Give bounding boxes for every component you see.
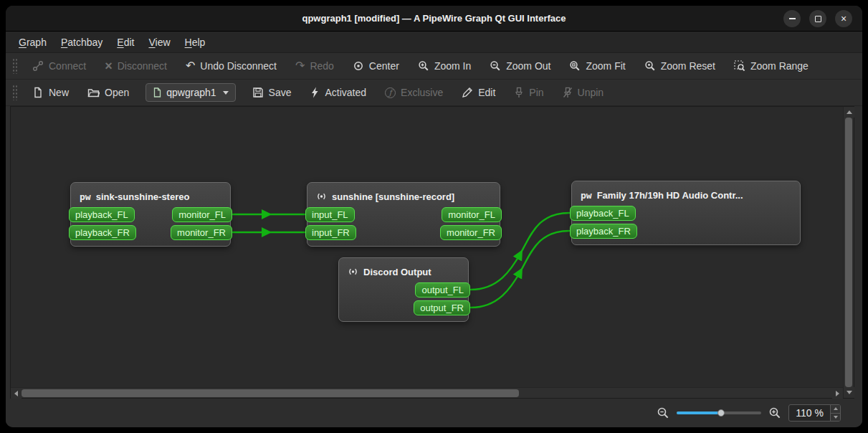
spin-up-button[interactable]	[831, 405, 840, 413]
window-controls: ×	[783, 10, 852, 27]
menu-help[interactable]: Help	[178, 34, 213, 51]
monitor-icon	[348, 266, 358, 277]
zoom-range-icon	[734, 60, 745, 72]
open-button[interactable]: Open	[78, 82, 138, 103]
zoom-value[interactable]: 110 %	[789, 405, 830, 421]
arrow-left-icon	[14, 391, 18, 396]
zoom-slider[interactable]	[677, 406, 761, 420]
node-sunshine[interactable]: sunshine [sunshine-record] input_FL inpu…	[307, 182, 500, 247]
titlebar[interactable]: qpwgraph1 [modified] — A PipeWire Graph …	[6, 6, 862, 32]
close-icon: ×	[841, 13, 846, 24]
port-output-fl[interactable]: output_FL	[415, 282, 470, 298]
patchbay-selector[interactable]: qpwgraph1	[146, 83, 235, 102]
save-icon	[252, 87, 264, 98]
zoom-in-icon[interactable]	[768, 406, 781, 419]
undo-disconnect-button[interactable]: ↶ Undo Disconnect	[176, 55, 286, 77]
chevron-down-icon	[223, 91, 229, 95]
zoom-fit-button[interactable]: Zoom Fit	[560, 55, 634, 77]
menubar: Graph Patchbay Edit View Help	[6, 32, 862, 53]
zoom-reset-icon	[644, 60, 656, 72]
patchbay-name: qpwgraph1	[166, 87, 216, 98]
maximize-button[interactable]	[809, 10, 826, 27]
scroll-down-button[interactable]	[844, 387, 854, 398]
pin-button[interactable]: Pin	[505, 82, 553, 103]
lightning-icon	[310, 87, 320, 98]
save-button[interactable]: Save	[243, 82, 301, 103]
port-monitor-fl[interactable]: monitor_FL	[442, 207, 502, 222]
arrow-down-icon	[834, 416, 838, 419]
minimize-icon	[789, 18, 796, 19]
disconnect-icon: ×	[105, 60, 113, 72]
slider-fill	[677, 411, 720, 414]
minimize-button[interactable]	[783, 10, 801, 27]
app-window: qpwgraph1 [modified] — A PipeWire Graph …	[6, 6, 862, 427]
edit-toggle[interactable]: Edit	[452, 82, 505, 103]
menu-view[interactable]: View	[141, 34, 177, 51]
zoom-in-button[interactable]: Zoom In	[409, 55, 480, 77]
zoom-reset-button[interactable]: Zoom Reset	[635, 55, 725, 77]
canvas: pw sink-sunshine-stereo playback_FL play…	[10, 106, 854, 399]
menu-patchbay[interactable]: Patchbay	[54, 34, 110, 51]
disconnect-button[interactable]: × Disconnect	[95, 55, 176, 77]
node-discord-output[interactable]: Discord Output output_FL output_FR	[338, 257, 469, 322]
port-monitor-fr[interactable]: monitor_FR	[171, 225, 232, 240]
port-playback-fr[interactable]: playback_FR	[69, 225, 136, 240]
port-monitor-fl[interactable]: monitor_FL	[172, 207, 232, 222]
connect-button[interactable]: Connect	[23, 55, 95, 77]
node-sink-sunshine-stereo[interactable]: pw sink-sunshine-stereo playback_FL play…	[70, 182, 231, 247]
scroll-left-button[interactable]	[11, 388, 22, 399]
connection-wires	[11, 107, 843, 387]
menu-graph[interactable]: Graph	[11, 34, 54, 51]
statusbar: 110 %	[6, 399, 862, 427]
center-button[interactable]: Center	[343, 55, 409, 77]
toolbar-grip[interactable]	[12, 58, 19, 74]
zoom-out-icon[interactable]	[657, 406, 669, 419]
spin-buttons	[830, 405, 840, 421]
horizontal-scrollbar[interactable]	[11, 387, 843, 398]
port-monitor-fr[interactable]: monitor_FR	[440, 225, 502, 240]
activated-toggle[interactable]: Activated	[300, 82, 376, 103]
arrow-down-icon	[846, 391, 852, 394]
arrow-up-icon	[846, 110, 852, 114]
port-playback-fl[interactable]: playback_FL	[69, 207, 135, 222]
scroll-right-button[interactable]	[832, 388, 843, 399]
zoom-spinbox[interactable]: 110 %	[788, 404, 841, 422]
toolbar-grip[interactable]	[12, 85, 19, 100]
window-title: qpwgraph1 [modified] — A PipeWire Graph …	[302, 13, 566, 24]
connect-icon	[32, 60, 44, 72]
pipewire-icon: pw	[80, 191, 91, 202]
unpin-button[interactable]: Unpin	[553, 82, 614, 103]
arrow-right-icon	[836, 391, 839, 396]
horizontal-scrollbar-thumb[interactable]	[22, 389, 519, 397]
new-file-icon	[32, 87, 44, 98]
node-title: Discord Output	[363, 267, 431, 277]
node-title: sink-sunshine-stereo	[96, 191, 190, 202]
vertical-scrollbar-thumb[interactable]	[845, 118, 852, 387]
center-icon	[353, 60, 364, 72]
zoom-out-button[interactable]: Zoom Out	[480, 55, 560, 77]
zoom-range-button[interactable]: Zoom Range	[725, 55, 818, 77]
new-button[interactable]: New	[23, 82, 78, 103]
toolbar-file: New Open qpwgraph1 Save	[6, 80, 862, 106]
redo-button[interactable]: ↷ Redo	[286, 55, 343, 77]
graph-area[interactable]: pw sink-sunshine-stereo playback_FL play…	[11, 107, 843, 387]
arrow-up-icon	[834, 407, 838, 410]
spin-down-button[interactable]	[831, 413, 840, 422]
port-playback-fl[interactable]: playback_FL	[570, 206, 636, 221]
pin-icon	[514, 87, 524, 98]
port-input-fr[interactable]: input_FR	[305, 225, 356, 240]
monitor-icon	[316, 191, 327, 202]
patchbay-file-icon	[153, 87, 162, 97]
node-family-hd-audio[interactable]: pw Family 17h/19h HD Audio Contr... play…	[571, 181, 801, 245]
port-output-fr[interactable]: output_FR	[414, 300, 470, 315]
unpin-icon	[563, 87, 573, 98]
close-button[interactable]: ×	[835, 10, 852, 27]
port-playback-fr[interactable]: playback_FR	[570, 224, 637, 239]
port-input-fl[interactable]: input_FL	[305, 207, 355, 222]
node-title: sunshine [sunshine-record]	[332, 191, 454, 202]
vertical-scrollbar[interactable]	[843, 107, 854, 398]
menu-edit[interactable]: Edit	[110, 34, 141, 51]
scroll-up-button[interactable]	[844, 107, 854, 118]
exclusive-toggle[interactable]: ƒ Exclusive	[376, 82, 452, 103]
slider-handle[interactable]	[717, 409, 725, 417]
